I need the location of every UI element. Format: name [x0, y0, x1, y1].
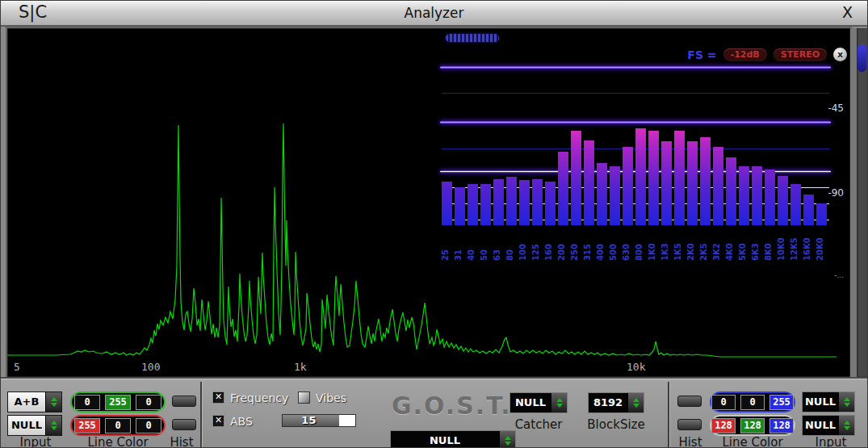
spectrum-bar	[519, 180, 530, 225]
select-arrows-icon[interactable]	[551, 393, 567, 412]
spectrum-bar	[661, 141, 672, 225]
select-arrows-icon[interactable]	[838, 416, 854, 435]
freq-tick-label: 2K0	[686, 228, 699, 261]
select-value: NULL	[8, 416, 45, 435]
scroll-track[interactable]	[857, 28, 867, 377]
fs-value-badge[interactable]: -12dB	[723, 48, 767, 61]
spectrum-bar	[455, 187, 465, 225]
abs-checkbox[interactable]: ✕	[212, 415, 224, 427]
vibes-checkbox[interactable]	[298, 391, 310, 404]
title-bar[interactable]: S|C Analyzer X	[1, 1, 867, 27]
hist-button[interactable]	[172, 419, 196, 430]
blocksize-select[interactable]: 8192	[588, 392, 644, 413]
hist-button[interactable]	[172, 396, 196, 407]
spectrum-bar	[765, 170, 775, 225]
scroll-thumb[interactable]	[858, 44, 866, 72]
spectrum-bar	[752, 166, 762, 225]
rgb-value-field[interactable]: 0	[74, 395, 100, 410]
rgb-value-field[interactable]: 128	[769, 418, 794, 433]
select-value: 8192	[589, 393, 627, 412]
freq-tick-label: 400	[596, 228, 609, 261]
close-button[interactable]: X	[842, 3, 853, 21]
freq-tick-label: 8K0	[764, 228, 777, 261]
smoothing-slider[interactable]: 15	[282, 414, 356, 427]
x-axis-label: 5	[14, 361, 20, 373]
rgb-value-field[interactable]: 255	[769, 395, 794, 410]
select-arrows-icon[interactable]	[838, 392, 854, 412]
freq-tick-label: 6K3	[751, 228, 764, 261]
line-color-label: Line Color	[715, 435, 790, 448]
freq-tick-label: 10K0	[777, 228, 790, 261]
line-color-rgb-group: 0 0 255	[710, 391, 795, 412]
select-value: NULL	[510, 393, 551, 412]
spectrum-bar	[816, 203, 827, 225]
line-color-rgb-group: 128 128 128	[710, 415, 795, 436]
freq-tick-label: 125	[531, 228, 544, 261]
freq-tick-label: 31	[454, 228, 467, 261]
spectrum-bar	[468, 184, 478, 225]
freq-tick-label: 16K0	[803, 228, 816, 261]
rgb-value-field[interactable]: 128	[740, 418, 765, 433]
line-color-label: Line Color	[70, 435, 166, 448]
hist-button[interactable]	[677, 419, 702, 430]
freq-tick-label: 630	[622, 228, 635, 261]
bottom-null-select[interactable]: NULL	[390, 430, 516, 448]
hist-label: Hist	[668, 435, 713, 448]
grid-line-thin	[442, 93, 829, 94]
freq-tick-label: 315	[583, 228, 596, 261]
right-input-b-select[interactable]: NULL	[802, 415, 855, 436]
analyzer-window: S|C Analyzer X FS = -12dB STEREO x 25314…	[0, 0, 868, 448]
grid-line-bright	[440, 66, 831, 69]
select-arrows-icon[interactable]	[45, 416, 61, 435]
rgb-value-field[interactable]: 0	[740, 395, 765, 410]
select-arrows-icon[interactable]	[627, 393, 644, 412]
spectrum-bar	[545, 182, 556, 225]
select-value: NULL	[391, 431, 499, 448]
freq-tick-label: 100	[518, 228, 531, 261]
rgb-value-field[interactable]: 0	[136, 418, 161, 433]
freq-tick-label: 20K0	[816, 228, 828, 261]
catcher-select[interactable]: NULL	[509, 392, 568, 413]
frequency-checkbox[interactable]: ✕	[212, 391, 224, 404]
rgb-value-field[interactable]: 0	[105, 418, 131, 433]
db-scale-label: -90	[811, 187, 844, 199]
rgb-value-field[interactable]: 128	[711, 418, 736, 433]
select-arrows-icon[interactable]	[45, 392, 61, 412]
freq-tick-label: 1K0	[648, 228, 660, 261]
stereo-mode-badge[interactable]: STEREO	[774, 48, 827, 61]
vibes-label: Vibes	[316, 391, 346, 404]
right-input-a-select[interactable]: NULL	[802, 391, 855, 412]
rgb-value-field[interactable]: 255	[74, 418, 100, 433]
control-bar: A+B NULL 0 255 0 255 0 0 Input Line Colo…	[1, 377, 868, 448]
input-b-select[interactable]: NULL	[7, 415, 62, 436]
spectrum-bar	[790, 184, 801, 225]
freq-tick-label: 50	[480, 228, 493, 261]
spectrum-bar	[532, 179, 543, 225]
spectrum-bar	[635, 128, 646, 225]
spectrum-bar	[778, 176, 788, 225]
input-label: Input	[807, 435, 855, 448]
spectrum-bar	[493, 179, 504, 225]
freq-tick-label: 3K2	[712, 228, 725, 261]
mini-close-icon[interactable]: x	[833, 48, 847, 61]
spectrum-bar	[648, 131, 659, 225]
freq-tick-label: 160	[544, 228, 557, 261]
input-a-select[interactable]: A+B	[7, 391, 62, 412]
blocksize-label: BlockSize	[576, 417, 656, 432]
abs-label: ABS	[230, 415, 253, 428]
spectrum-bar	[726, 157, 736, 225]
spectrum-bar	[674, 131, 685, 225]
input-label: Input	[9, 435, 62, 448]
frequency-label: Frequency	[230, 391, 288, 404]
rgb-value-field[interactable]: 255	[105, 395, 131, 410]
x-axis-label: 10k	[627, 361, 645, 373]
select-arrows-icon[interactable]	[499, 431, 515, 448]
hist-button[interactable]	[677, 396, 702, 407]
spectrum-bar	[571, 131, 581, 225]
x-axis-label: 1k	[294, 361, 307, 373]
freq-tick-label: 4K0	[725, 228, 738, 261]
rgb-value-field[interactable]: 0	[711, 395, 736, 410]
rgb-value-field[interactable]: 0	[136, 395, 161, 410]
right-gutter	[850, 28, 868, 377]
window-title: Analyzer	[1, 5, 867, 21]
